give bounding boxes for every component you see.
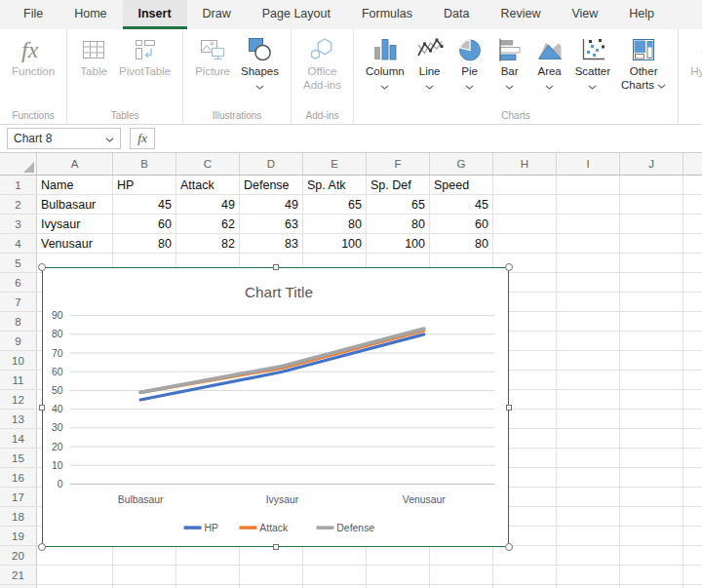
- cell-E1[interactable]: Sp. Atk: [303, 176, 367, 195]
- cell-J13[interactable]: [620, 410, 683, 429]
- cell-I8[interactable]: [557, 312, 620, 332]
- column-header-C[interactable]: C: [176, 153, 240, 175]
- cell-H2[interactable]: [493, 195, 557, 215]
- cell-E3[interactable]: 80: [303, 215, 367, 234]
- cell-B4[interactable]: 80: [113, 234, 176, 254]
- cell-I1[interactable]: [557, 176, 620, 195]
- column-header-J[interactable]: J: [620, 153, 683, 175]
- cell-G1[interactable]: Speed: [430, 176, 493, 195]
- cell-D4[interactable]: 83: [240, 234, 303, 254]
- cell-H20[interactable]: [493, 546, 557, 566]
- row-header-10[interactable]: 10: [0, 351, 37, 371]
- cell-F20[interactable]: [367, 546, 430, 566]
- cell-E2[interactable]: 65: [303, 195, 367, 215]
- row-header-4[interactable]: 4: [0, 234, 37, 254]
- row-header-16[interactable]: 16: [0, 468, 37, 488]
- chart-resize-handle-bottom-middle[interactable]: [273, 544, 279, 550]
- cell-A1[interactable]: Name: [37, 176, 113, 195]
- select-all-corner[interactable]: [0, 153, 37, 175]
- cell-A4[interactable]: Venusaur: [37, 234, 113, 254]
- cell-B3[interactable]: 60: [113, 215, 176, 234]
- row-header-15[interactable]: 15: [0, 449, 37, 468]
- cell-B2[interactable]: 45: [113, 195, 176, 215]
- cell-F2[interactable]: 65: [367, 195, 430, 215]
- cell-I10[interactable]: [557, 351, 620, 371]
- chart-resize-handle-middle-right[interactable]: [506, 405, 512, 411]
- column-header-F[interactable]: F: [367, 153, 430, 175]
- cell-J17[interactable]: [620, 488, 683, 507]
- cell-J12[interactable]: [620, 390, 683, 410]
- cell-I2[interactable]: [557, 195, 620, 215]
- formula-input[interactable]: [162, 128, 702, 149]
- cell-I11[interactable]: [557, 371, 620, 390]
- chart-object[interactable]: 0102030405060708090Chart TitleBulbasaurI…: [42, 267, 509, 547]
- chart-resize-handle-top-right[interactable]: [505, 263, 513, 271]
- cell-C2[interactable]: 49: [176, 195, 240, 215]
- cell-J5[interactable]: [620, 254, 683, 273]
- column-header-H[interactable]: H: [493, 153, 557, 175]
- column-header-I[interactable]: I: [557, 153, 620, 175]
- ribbon-button-shapes[interactable]: Shapes: [236, 34, 284, 90]
- column-header-G[interactable]: G: [430, 153, 493, 175]
- cell-J14[interactable]: [620, 429, 683, 449]
- ribbon-button-column[interactable]: Column: [361, 34, 410, 90]
- chart-resize-handle-bottom-left[interactable]: [38, 543, 46, 551]
- cell-G3[interactable]: 60: [430, 215, 493, 234]
- cell-B1[interactable]: HP: [113, 176, 176, 195]
- chart-resize-handle-top-middle[interactable]: [273, 264, 279, 270]
- row-header-5[interactable]: 5: [0, 254, 37, 273]
- column-header-E[interactable]: E: [303, 153, 367, 175]
- cell-D1[interactable]: Defense: [240, 176, 303, 195]
- cell-I14[interactable]: [557, 429, 620, 449]
- row-header-3[interactable]: 3: [0, 215, 37, 234]
- cell-I18[interactable]: [557, 507, 620, 527]
- cell-D2[interactable]: 49: [240, 195, 303, 215]
- row-header-11[interactable]: 11: [0, 371, 37, 390]
- cell-J19[interactable]: [620, 527, 683, 546]
- column-header-A[interactable]: A: [37, 153, 113, 175]
- ribbon-button-area[interactable]: Area: [530, 34, 569, 90]
- tab-data[interactable]: Data: [428, 0, 485, 29]
- ribbon-button-other-charts[interactable]: OtherCharts: [616, 34, 671, 92]
- tab-help[interactable]: Help: [613, 0, 670, 29]
- cell-J16[interactable]: [620, 468, 683, 488]
- cell-H4[interactable]: [493, 234, 557, 254]
- tab-draw[interactable]: Draw: [187, 0, 247, 29]
- cell-H1[interactable]: [493, 176, 557, 195]
- cell-G21[interactable]: [430, 566, 493, 585]
- cell-J18[interactable]: [620, 507, 683, 527]
- chart-resize-handle-middle-left[interactable]: [39, 405, 45, 411]
- cell-I20[interactable]: [557, 546, 620, 566]
- row-header-19[interactable]: 19: [0, 527, 37, 546]
- cell-I7[interactable]: [557, 293, 620, 312]
- row-header-14[interactable]: 14: [0, 429, 37, 449]
- cell-I9[interactable]: [557, 332, 620, 351]
- cell-D20[interactable]: [240, 546, 303, 566]
- cell-J15[interactable]: [620, 449, 683, 468]
- cell-B20[interactable]: [113, 546, 176, 566]
- row-header-17[interactable]: 17: [0, 488, 37, 507]
- cell-A20[interactable]: [37, 546, 113, 566]
- tab-home[interactable]: Home: [58, 0, 122, 29]
- tab-page-layout[interactable]: Page Layout: [247, 0, 346, 29]
- cell-J2[interactable]: [620, 195, 683, 215]
- cell-C3[interactable]: 62: [176, 215, 240, 234]
- cell-J8[interactable]: [620, 312, 683, 332]
- cell-I4[interactable]: [557, 234, 620, 254]
- cell-A21[interactable]: [37, 566, 113, 585]
- cell-F4[interactable]: 100: [367, 234, 430, 254]
- name-box[interactable]: Chart 8: [7, 128, 121, 149]
- cell-G4[interactable]: 80: [430, 234, 493, 254]
- chart-resize-handle-bottom-right[interactable]: [505, 543, 513, 551]
- cell-C1[interactable]: Attack: [176, 176, 240, 195]
- cell-H21[interactable]: [493, 566, 557, 585]
- ribbon-button-scatter[interactable]: Scatter: [570, 34, 615, 90]
- row-header-9[interactable]: 9: [0, 332, 37, 351]
- cell-G2[interactable]: 45: [430, 195, 493, 215]
- tab-insert[interactable]: Insert: [123, 0, 187, 29]
- tab-review[interactable]: Review: [485, 0, 556, 29]
- row-header-13[interactable]: 13: [0, 410, 37, 429]
- row-header-2[interactable]: 2: [0, 195, 37, 215]
- cell-I21[interactable]: [557, 566, 620, 585]
- row-header-12[interactable]: 12: [0, 390, 37, 410]
